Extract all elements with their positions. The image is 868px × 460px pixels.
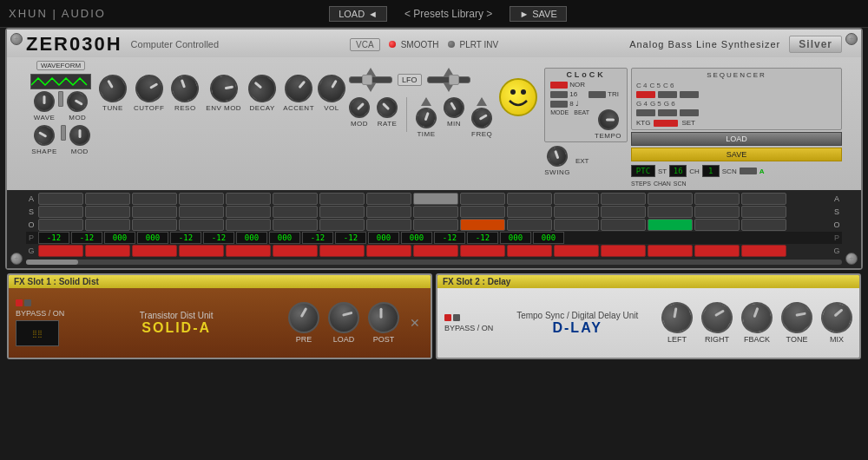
pitch-11[interactable]: 000 (368, 232, 399, 244)
seq-btn-a-11[interactable] (507, 193, 552, 205)
pitch-3[interactable]: 000 (104, 232, 135, 244)
accent-knob[interactable] (279, 69, 319, 108)
seq-btn-s-5[interactable] (226, 206, 271, 218)
gate-btn-14[interactable] (648, 245, 693, 257)
seq-btn-s-8[interactable] (366, 206, 411, 218)
seq-btn-a-13[interactable] (601, 193, 646, 205)
gate-btn-6[interactable] (273, 245, 318, 257)
gate-btn-9[interactable] (413, 245, 458, 257)
seq-btn-o-5[interactable] (226, 219, 271, 231)
decay-knob[interactable] (243, 69, 282, 108)
pitch-6[interactable]: -12 (203, 232, 234, 244)
pitch-7[interactable]: 000 (236, 232, 267, 244)
gate-btn-4[interactable] (179, 245, 224, 257)
seq-btn-a-3[interactable] (132, 193, 177, 205)
pitch-8[interactable]: 000 (269, 232, 300, 244)
seq-btn-o-15[interactable] (694, 219, 740, 231)
seq-btn-o-12[interactable] (554, 219, 599, 231)
tune-knob[interactable] (94, 69, 132, 108)
seq-btn-o-7[interactable] (319, 219, 365, 231)
wave-slider[interactable] (58, 91, 63, 107)
seq-btn-a-10[interactable] (460, 193, 505, 205)
fx2-fback-knob[interactable] (739, 299, 775, 336)
gate-btn-5[interactable] (226, 245, 271, 257)
pitch-12[interactable]: 000 (401, 232, 432, 244)
mod-knob[interactable] (63, 88, 92, 116)
fx2-left-knob[interactable] (657, 298, 697, 338)
slide-slider-track[interactable] (427, 76, 470, 83)
load-button[interactable]: LOAD ◄ (329, 6, 387, 22)
seq-btn-a-9[interactable] (413, 193, 458, 205)
pitch-14[interactable]: -12 (467, 232, 498, 244)
shape-knob[interactable] (30, 122, 59, 150)
seq-btn-a-15[interactable] (694, 193, 740, 205)
pitch-5[interactable]: -12 (170, 232, 201, 244)
reso-knob[interactable] (168, 70, 203, 106)
lfo-slider-track[interactable] (349, 76, 392, 83)
seq-btn-o-9[interactable] (413, 219, 458, 231)
lfo-slider-thumb[interactable] (362, 75, 372, 85)
seq-btn-s-4[interactable] (179, 206, 224, 218)
scrollbar-thumb[interactable] (26, 260, 78, 265)
seq-btn-o-13[interactable] (601, 219, 646, 231)
gate-btn-13[interactable] (601, 245, 646, 257)
seq-btn-s-12[interactable] (554, 206, 599, 218)
lfo-rate-knob[interactable] (372, 93, 402, 122)
seq-btn-s-3[interactable] (132, 206, 177, 218)
gate-btn-8[interactable] (366, 245, 411, 257)
lfo-mod-knob[interactable] (345, 93, 374, 122)
seq-btn-s-9[interactable] (413, 206, 458, 218)
gate-btn-1[interactable] (38, 245, 83, 257)
seq-btn-o-2[interactable] (85, 219, 130, 231)
seq-load-button[interactable]: LOAD (631, 132, 842, 146)
pitch-16[interactable]: 000 (533, 232, 564, 244)
gate-btn-16[interactable] (741, 245, 786, 257)
seq-btn-a-12[interactable] (554, 193, 599, 205)
seq-btn-s-11[interactable] (507, 206, 552, 218)
pitch-13[interactable]: -12 (434, 232, 465, 244)
slide-time-knob[interactable] (413, 105, 440, 132)
seq-btn-a-14[interactable] (648, 193, 693, 205)
fx1-post-knob[interactable] (362, 296, 404, 338)
seq-btn-o-4[interactable] (179, 219, 224, 231)
seq-btn-s-13[interactable] (601, 206, 646, 218)
vol-knob[interactable] (312, 69, 351, 108)
seq-btn-s-14[interactable] (648, 206, 693, 218)
freq-knob[interactable] (468, 104, 496, 133)
seq-btn-o-16[interactable] (741, 219, 786, 231)
fx1-load-knob[interactable] (322, 296, 366, 340)
seq-btn-o-10[interactable] (460, 219, 505, 231)
gate-btn-15[interactable] (694, 245, 740, 257)
seq-btn-a-8[interactable] (366, 193, 411, 205)
presets-library[interactable]: < Presets Library > (404, 8, 492, 20)
seq-btn-a-16[interactable] (741, 193, 786, 205)
slide-slider-thumb[interactable] (449, 75, 459, 85)
seq-btn-s-6[interactable] (273, 206, 318, 218)
seq-btn-s-16[interactable] (741, 206, 786, 218)
pitch-1[interactable]: -12 (38, 232, 69, 244)
seq-btn-o-14[interactable] (648, 219, 693, 231)
seq-btn-o-11[interactable] (507, 219, 552, 231)
seq-btn-a-4[interactable] (179, 193, 224, 205)
pitch-9[interactable]: -12 (302, 232, 333, 244)
shape-slider[interactable] (61, 125, 66, 141)
min-knob[interactable] (440, 94, 469, 122)
gate-btn-7[interactable] (319, 245, 365, 257)
scrollbar-track[interactable] (26, 260, 842, 265)
gate-btn-3[interactable] (132, 245, 177, 257)
fx1-close-icon[interactable]: ✕ (406, 316, 424, 330)
seq-btn-o-8[interactable] (366, 219, 411, 231)
seq-btn-a-1[interactable] (38, 193, 83, 205)
seq-btn-s-2[interactable] (85, 206, 130, 218)
gate-btn-2[interactable] (85, 245, 130, 257)
pitch-15[interactable]: 000 (500, 232, 531, 244)
save-button[interactable]: ► SAVE (510, 6, 566, 22)
smiley-face[interactable] (499, 78, 537, 116)
seq-save-button[interactable]: SAVE (631, 148, 842, 161)
pitch-4[interactable]: 000 (137, 232, 168, 244)
seq-btn-a-5[interactable] (226, 193, 271, 205)
gate-btn-10[interactable] (460, 245, 505, 257)
tempo-knob[interactable] (598, 109, 619, 130)
fx1-pre-knob[interactable] (288, 302, 319, 333)
gate-btn-12[interactable] (554, 245, 599, 257)
